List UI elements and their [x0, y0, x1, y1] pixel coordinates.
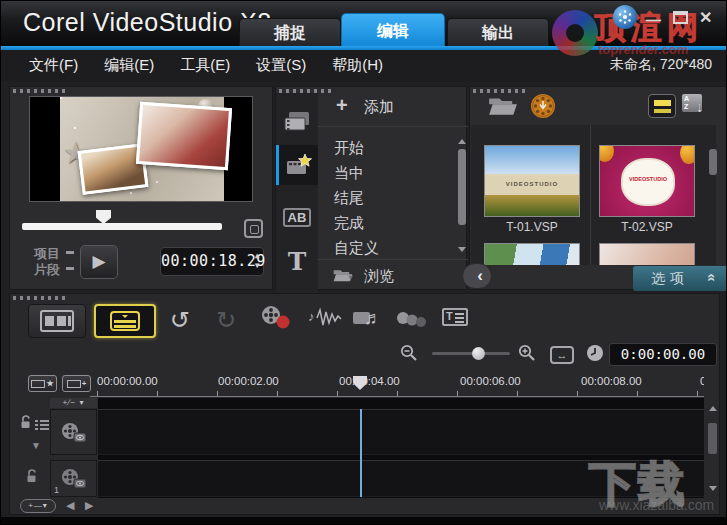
template-thumb-row2[interactable]	[484, 243, 580, 265]
track-mini-toolbar[interactable]: +∕− ▾	[50, 398, 97, 408]
import-folder-button[interactable]	[488, 95, 518, 120]
videostudio-window: Corel VideoStudio X8 捕捉 编辑 输出 顶渲网 topren…	[0, 0, 727, 525]
panel-drag-handle[interactable]	[13, 296, 67, 300]
preview-timecode[interactable]: 00:00:18.29 ▲ ▼	[160, 247, 264, 276]
clip-mode-label[interactable]: 片段	[34, 261, 60, 279]
zoom-out-button[interactable]	[400, 344, 418, 366]
add-cue-button[interactable]: +—▾	[20, 499, 56, 513]
menu-edit[interactable]: 编辑(E)	[104, 56, 154, 75]
balloon-decor	[680, 145, 695, 164]
fit-project-button[interactable]: ↔	[550, 346, 574, 364]
list-view-button[interactable]	[648, 94, 676, 118]
instant-project-button[interactable]	[276, 145, 318, 185]
menu-file[interactable]: 文件(F)	[29, 56, 78, 75]
timeline-zoom-slider[interactable]	[432, 352, 510, 355]
preview-frame: ★	[60, 97, 224, 201]
tab-edit[interactable]: 编辑	[341, 13, 445, 46]
scroll-right-button[interactable]: ▶	[85, 499, 93, 512]
overlay-lock-icon[interactable]	[25, 469, 39, 488]
tab-capture[interactable]: 捕捉	[239, 18, 341, 46]
category-start[interactable]: 开始	[334, 139, 424, 158]
close-button[interactable]: ✕	[699, 8, 712, 28]
template-thumb-t01[interactable]: VIDEOSTUDIO	[484, 145, 580, 217]
zoom-in-button[interactable]	[518, 344, 536, 366]
gallery-divider	[590, 125, 591, 265]
scroll-up-icon[interactable]	[709, 406, 717, 411]
template-thumb-row2[interactable]	[599, 243, 695, 265]
duration-clock-button[interactable]	[586, 344, 604, 366]
track-list-icon[interactable]	[35, 417, 49, 435]
title-icon: T	[288, 247, 307, 276]
transition-library-button[interactable]: AB	[276, 197, 318, 237]
category-middle[interactable]: 当中	[334, 164, 424, 183]
category-complete[interactable]: 完成	[334, 214, 424, 233]
zoom-out-icon	[400, 344, 418, 362]
template-name[interactable]: T-01.VSP	[484, 220, 580, 234]
zoom-slider-knob[interactable]	[472, 347, 485, 360]
panel-drag-handle[interactable]	[13, 89, 67, 93]
seek-bar[interactable]	[22, 223, 222, 230]
maximize-button[interactable]	[673, 10, 688, 30]
template-name[interactable]: T-02.VSP	[599, 220, 695, 234]
seek-handle[interactable]	[96, 210, 111, 224]
title-library-button[interactable]: T	[276, 241, 318, 281]
template-gallery: VIDEOSTUDIO T-01.VSP VIDEOSTUDIO T-02.VS…	[471, 125, 716, 265]
category-custom[interactable]: 自定义	[334, 239, 424, 258]
play-button[interactable]: ▶	[80, 245, 118, 279]
spin-down-icon[interactable]: ▼	[255, 261, 260, 271]
record-capture-button[interactable]	[260, 305, 292, 334]
scroll-down-icon[interactable]	[458, 247, 466, 252]
minimize-button[interactable]: —	[646, 11, 661, 31]
timeline-scrollbar-thumb[interactable]	[708, 423, 717, 454]
add-track-button[interactable]: +	[62, 375, 91, 392]
add-row[interactable]: + 添加	[318, 87, 468, 127]
collapse-track-icon[interactable]: ▼	[31, 440, 41, 451]
timecode-spinner[interactable]: ▲ ▼	[255, 251, 260, 271]
timeline-ruler[interactable]: 00:00:00.00 00:00:02.00 00:00:04.00 00:0…	[90, 372, 704, 397]
timeline-view-button[interactable]	[94, 304, 156, 338]
track-manager-button[interactable]: ★	[28, 375, 57, 392]
gallery-scrollbar-thumb[interactable]	[709, 149, 717, 175]
browse-row[interactable]: 浏览	[318, 259, 468, 289]
storyboard-view-button[interactable]	[28, 304, 86, 338]
transition-icon: AB	[283, 208, 312, 227]
category-scrollbar-thumb[interactable]	[458, 149, 466, 225]
app-logo: Corel VideoStudio X8	[23, 8, 272, 37]
track-motion-button[interactable]	[396, 311, 430, 331]
playhead-line[interactable]	[360, 409, 362, 497]
timeline-timecode[interactable]: 0:00:00.00	[609, 343, 717, 366]
import-media-button[interactable]	[530, 93, 556, 123]
enlarge-preview-icon[interactable]	[244, 219, 263, 238]
menu-settings[interactable]: 设置(S)	[256, 56, 306, 75]
track-lock-icon[interactable]	[19, 415, 33, 434]
options-bar[interactable]: 选项 »	[633, 266, 727, 291]
video-track-row[interactable]	[98, 409, 704, 455]
subtitle-editor-button[interactable]: T	[442, 308, 468, 326]
scroll-left-button[interactable]: ◀	[66, 499, 74, 512]
tab-output[interactable]: 输出	[447, 18, 549, 46]
video-track-header[interactable]	[50, 409, 97, 455]
panel-drag-handle[interactable]	[473, 89, 527, 93]
template-thumb-t02[interactable]: VIDEOSTUDIO	[599, 145, 695, 217]
ruler-label: 00:00:02.00	[218, 375, 279, 387]
scroll-up-icon[interactable]	[458, 139, 466, 144]
gallery-back-button[interactable]: ‹	[462, 263, 492, 289]
ruler-ticks	[97, 391, 704, 396]
undo-button[interactable]: ↺	[170, 308, 190, 332]
auto-music-button[interactable]: ♬	[352, 305, 382, 333]
ruler-label: 00:00:08.00	[581, 375, 642, 387]
record-capture-icon	[260, 305, 292, 330]
menu-help[interactable]: 帮助(H)	[332, 56, 383, 75]
thumb-title-text: VIDEOSTUDIO	[485, 174, 579, 195]
menu-tools[interactable]: 工具(E)	[180, 56, 230, 75]
instant-project-panel: AB T + 添加 开始 当中 结尾 完成 自定义 浏览	[275, 86, 467, 290]
overlay-track-header[interactable]: 1	[50, 460, 97, 497]
ruler-label: 00:00:00.00	[97, 375, 158, 387]
media-library-button[interactable]	[276, 101, 318, 141]
category-end[interactable]: 结尾	[334, 189, 424, 208]
sound-mixer-button[interactable]: ♪	[308, 307, 342, 333]
redo-button[interactable]: ↻	[216, 308, 236, 332]
spin-up-icon[interactable]: ▲	[255, 251, 260, 261]
library-nav-strip: AB T	[276, 93, 318, 295]
mode-tick	[66, 251, 74, 254]
